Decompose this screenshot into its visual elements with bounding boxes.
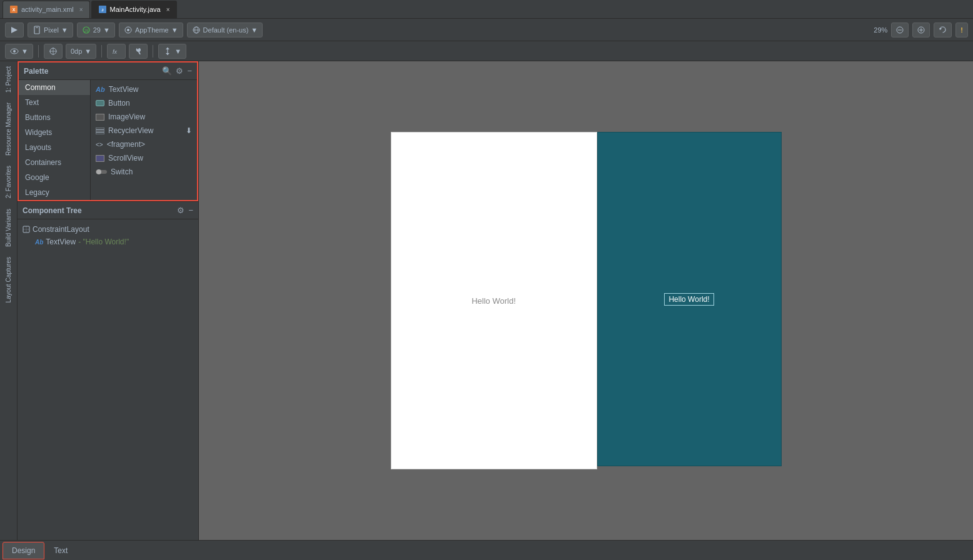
- svg-marker-27: [166, 48, 169, 49]
- palette-cat-google[interactable]: Google: [19, 170, 90, 185]
- device-orientation-btn[interactable]: [5, 22, 24, 38]
- constraint-layout-icon: [23, 226, 30, 233]
- component-tree-title: Component Tree: [23, 206, 173, 215]
- imageview-label: ImageView: [108, 112, 145, 121]
- palette-title: Palette: [24, 67, 158, 76]
- separator-2: [101, 45, 102, 58]
- locale-btn[interactable]: Default (en-us) ▼: [187, 22, 263, 38]
- refresh-btn[interactable]: [934, 22, 952, 38]
- button-icon: [96, 100, 104, 106]
- palette-widget-scrollview[interactable]: ScrollView: [91, 151, 197, 165]
- wrench-btn[interactable]: [129, 44, 148, 59]
- svg-rect-6: [36, 27, 38, 28]
- globe-icon: [192, 26, 201, 34]
- zoom-plus-btn[interactable]: [912, 22, 930, 38]
- sidebar-label-layout[interactable]: Layout Captures: [4, 252, 13, 308]
- tree-gear-icon[interactable]: ⚙: [177, 206, 184, 215]
- theme-chevron: ▼: [171, 26, 178, 34]
- palette-gear-icon[interactable]: ⚙: [176, 66, 183, 76]
- vertical-btn[interactable]: ▼: [158, 44, 186, 59]
- offset-btn[interactable]: 0dp ▼: [66, 44, 96, 59]
- palette-widget-imageview[interactable]: ImageView: [91, 110, 197, 124]
- scrollview-icon: [96, 155, 104, 162]
- palette-search-icon[interactable]: 🔍: [162, 66, 172, 76]
- textview-icon: Ab: [96, 86, 105, 93]
- device-blueprint: Hello World!: [391, 132, 597, 469]
- eye-icon: [10, 48, 19, 54]
- palette-cat-buttons[interactable]: Buttons: [19, 110, 90, 125]
- tree-item-constraintlayout[interactable]: ConstraintLayout: [23, 223, 193, 236]
- svg-rect-29: [96, 128, 104, 129]
- palette-widget-switch[interactable]: Switch: [91, 165, 197, 179]
- palette-panel: Palette 🔍 ⚙ − Common Text Buttons Widget…: [18, 61, 198, 201]
- refresh-icon: [939, 26, 947, 34]
- bottom-tab-design[interactable]: Design: [3, 542, 44, 559]
- palette-header-icons: 🔍 ⚙ −: [162, 66, 192, 76]
- palette-cat-text[interactable]: Text: [19, 95, 90, 110]
- screen-hello-world: Hello World!: [668, 295, 709, 304]
- palette-widgets: Ab TextView Button ImageView: [91, 80, 197, 200]
- tree-textview-label: TextView: [46, 238, 76, 246]
- device-chevron: ▼: [61, 26, 68, 34]
- api-version-btn[interactable]: 29 29 ▼: [77, 22, 115, 38]
- api-icon: 29: [82, 26, 91, 34]
- palette-cat-legacy[interactable]: Legacy: [19, 185, 90, 200]
- palette-widget-fragment[interactable]: <> <fragment>: [91, 138, 197, 151]
- tree-minimize-icon[interactable]: −: [188, 206, 193, 215]
- wrench-icon: [134, 47, 143, 56]
- sidebar-label-favorites[interactable]: 2: Favorites: [4, 161, 13, 203]
- palette-cat-layouts[interactable]: Layouts: [19, 140, 90, 155]
- scrollview-label: ScrollView: [108, 154, 143, 162]
- xml-icon: X: [9, 5, 18, 14]
- svg-point-21: [13, 50, 16, 52]
- svg-rect-31: [96, 132, 104, 134]
- device-label: Pixel: [44, 26, 59, 34]
- palette-widget-recyclerview[interactable]: RecyclerView ⬇: [91, 124, 197, 138]
- device-orientation-icon: [10, 26, 19, 34]
- offset-label: 0dp: [71, 48, 82, 55]
- palette-widget-textview[interactable]: Ab TextView: [91, 82, 197, 96]
- locale-chevron: ▼: [251, 26, 258, 34]
- toolbar-right: 29% !: [874, 22, 968, 38]
- vertical-chevron: ▼: [174, 48, 181, 55]
- palette-widget-button[interactable]: Button: [91, 96, 197, 110]
- download-icon[interactable]: ⬇: [186, 126, 192, 135]
- eye-chevron: ▼: [21, 48, 28, 55]
- theme-btn[interactable]: AppTheme ▼: [119, 22, 183, 38]
- sidebar-label-project[interactable]: 1: Project: [4, 61, 13, 98]
- warning-btn[interactable]: !: [955, 22, 968, 38]
- java-icon: J: [98, 5, 107, 14]
- palette-cat-widgets[interactable]: Widgets: [19, 125, 90, 140]
- canvas-area[interactable]: Hello World! Hello World! //: [199, 61, 973, 540]
- tab-activity-main[interactable]: X activity_main.xml ×: [3, 1, 90, 18]
- cursor-btn[interactable]: [44, 44, 63, 59]
- tab-mainactivity-close[interactable]: ×: [166, 6, 170, 13]
- api-label: 29: [93, 26, 101, 34]
- sidebar-label-resource[interactable]: Resource Manager: [4, 98, 13, 161]
- palette-cat-common[interactable]: Common: [19, 80, 90, 95]
- tree-item-textview[interactable]: Ab TextView - "Hello World!": [35, 236, 193, 248]
- bottom-tab-text[interactable]: Text: [44, 542, 77, 559]
- bottom-tab-design-label: Design: [12, 546, 35, 555]
- palette-minimize-icon[interactable]: −: [187, 66, 192, 76]
- api-selector-btn[interactable]: Pixel ▼: [28, 22, 73, 38]
- zoom-minus-btn[interactable]: [891, 22, 909, 38]
- eye-btn[interactable]: ▼: [5, 44, 33, 59]
- sidebar-label-build[interactable]: Build Variants: [4, 204, 13, 252]
- zoom-label: 29%: [874, 26, 887, 34]
- tree-textview-icon: Ab: [35, 239, 43, 246]
- canvas-inner: Hello World! Hello World!: [391, 132, 782, 469]
- tab-mainactivity[interactable]: J MainActivity.java ×: [91, 1, 177, 18]
- svg-marker-4: [11, 27, 18, 33]
- tab-activity-main-close[interactable]: ×: [79, 6, 83, 13]
- device-screen: Hello World!: [597, 132, 782, 466]
- svg-point-33: [96, 169, 101, 174]
- component-tree-header: Component Tree ⚙ −: [18, 202, 198, 219]
- fragment-label: <fragment>: [107, 140, 145, 149]
- svg-point-10: [127, 29, 129, 31]
- separator-3: [153, 45, 153, 58]
- palette-header: Palette 🔍 ⚙ −: [19, 62, 197, 80]
- palette-cat-containers[interactable]: Containers: [19, 155, 90, 170]
- fx-btn[interactable]: fx: [107, 44, 126, 59]
- main-layout: 1: Project Resource Manager 2: Favorites…: [0, 61, 973, 540]
